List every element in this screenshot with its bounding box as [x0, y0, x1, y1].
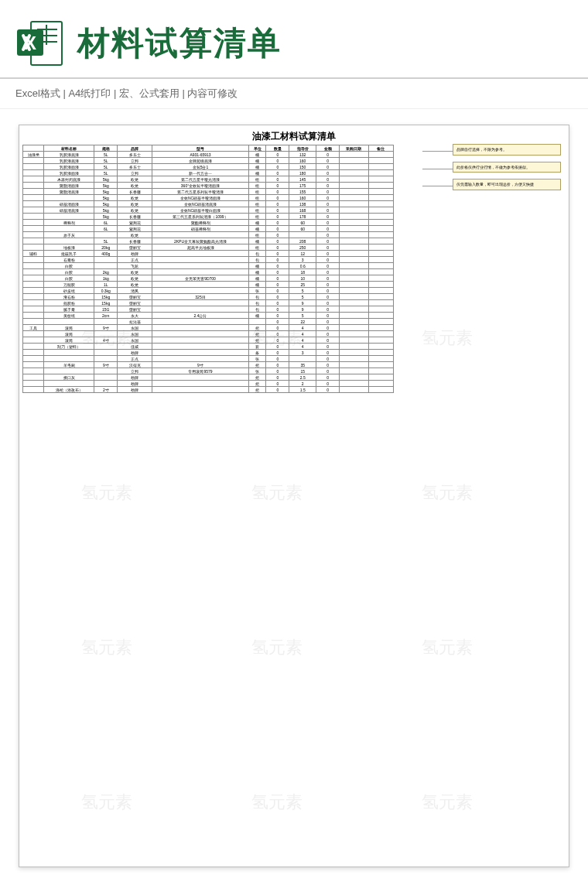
- cell: 0: [266, 288, 289, 294]
- cell: [44, 381, 94, 387]
- cell: [340, 362, 368, 368]
- table-row: 腻子膏15G壁丽宝包090: [23, 306, 394, 313]
- table-row: 油漆类乳胶漆底漆5L多乐士A931-65913桶01320: [23, 152, 394, 158]
- cell: 桶: [248, 263, 265, 269]
- cell: 5kg: [94, 195, 118, 201]
- cell: 0: [316, 207, 340, 214]
- cell: 1L: [94, 282, 118, 288]
- table-row: 5L长春藤2KPU全天幕装聚氨酯高光清漆桶02080: [23, 238, 394, 244]
- cell: 168: [289, 207, 316, 214]
- cell: 组: [248, 201, 265, 207]
- cell: 组: [248, 232, 265, 238]
- table-row: 工具滚筒9寸永国把040: [23, 325, 394, 331]
- cell: [23, 282, 44, 288]
- cell: 滚筒: [44, 331, 94, 337]
- cell: 砂皮纸: [44, 288, 94, 294]
- table-row: 辅料批嵌乳子400g劲牌包0120: [23, 251, 394, 257]
- cell: 多乐士: [118, 164, 152, 170]
- cell: [23, 238, 44, 244]
- table-row: 地板漆20kg壁丽宝超高半光地板漆组02500: [23, 244, 394, 251]
- subheader: Excel格式 | A4纸打印 | 宏、公式套用 | 内容可修改: [0, 77, 588, 109]
- cell: 白胶: [44, 275, 94, 282]
- table-row: 硝基清面漆5kg欧龙全效NC硝基清底漆组01380: [23, 201, 394, 207]
- cell: [340, 201, 368, 207]
- table-row: 刮刀（塑料）佳威套040: [23, 344, 394, 350]
- cell: [368, 214, 393, 220]
- cell: 6L: [94, 220, 118, 226]
- cell: [152, 282, 249, 288]
- cell: 9: [289, 306, 316, 313]
- table-row: 原子灰欧龙组00: [23, 232, 394, 238]
- cell: 5L: [94, 170, 118, 176]
- cell: [368, 176, 393, 183]
- cell: [23, 344, 44, 350]
- cell: [340, 195, 368, 201]
- cell: 紫荆花: [118, 226, 152, 232]
- cell: 138: [289, 201, 316, 207]
- cell: A931-65913: [152, 152, 249, 158]
- cell: [44, 356, 94, 362]
- cell: [23, 381, 44, 387]
- cell: [23, 275, 44, 282]
- svg-text:X: X: [24, 32, 36, 53]
- cell: 0: [316, 350, 340, 356]
- cell: [152, 331, 249, 337]
- col-name: 材料名称: [44, 145, 94, 152]
- cell: 佳威: [118, 344, 152, 350]
- table-row: 涤纶（涂改布）2寸劲牌把01.50: [23, 387, 394, 393]
- cell: [152, 306, 249, 313]
- cell: 张: [248, 368, 265, 374]
- cell: [23, 288, 44, 294]
- cell: 劲牌: [118, 350, 152, 356]
- cell: 9: [289, 300, 316, 306]
- col-date: 采购日期: [340, 145, 368, 152]
- cell: 欧龙: [118, 195, 152, 201]
- cell: 250: [289, 244, 316, 251]
- cell: [340, 381, 368, 387]
- cell: 0: [316, 152, 340, 158]
- cell: 把: [248, 381, 265, 387]
- cell: 欧龙: [118, 275, 152, 282]
- sheet-title: 油漆工材料试算清单: [19, 125, 569, 145]
- cell: 0: [266, 189, 289, 195]
- cell: 永国: [118, 337, 152, 344]
- cell: [368, 232, 393, 238]
- cell: 0: [266, 294, 289, 300]
- table-row: 立邦专用滚筒9579张0150: [23, 368, 394, 374]
- cell: 0: [266, 164, 289, 170]
- cell: 0: [316, 164, 340, 170]
- col-model: 型号: [152, 145, 249, 152]
- cell: 欧龙: [118, 201, 152, 207]
- cell: [340, 294, 368, 300]
- table-row: 万能胶1L欧龙桶0250: [23, 282, 394, 288]
- cell: 2.4公分: [152, 313, 249, 319]
- cell: [23, 183, 44, 189]
- cell: 0.6: [289, 263, 316, 269]
- cell: 乳胶漆面漆: [44, 170, 94, 176]
- materials-table: 材料名称 规格 品牌 型号 单位 数量 指导价 金额 采购日期 备注 油漆类乳胶…: [22, 145, 394, 393]
- cell: 欧龙: [118, 282, 152, 288]
- cell: 立邦: [118, 368, 152, 374]
- cell: 全效NC硝基清底漆: [152, 201, 249, 207]
- table-row: 聚脂清底漆5kg长春藤第二代五星系列装半哑清漆组01550: [23, 189, 394, 195]
- cell: [368, 170, 393, 176]
- cell: [368, 282, 393, 288]
- cell: 条: [248, 350, 265, 356]
- cell: 乳胶漆面漆: [44, 164, 94, 170]
- cell: [23, 356, 44, 362]
- cell: 石膏粉: [44, 257, 94, 263]
- cell: 腻子膏: [44, 306, 94, 313]
- cell: 150: [289, 164, 316, 170]
- cell: 2.5: [289, 374, 316, 381]
- cell: 桶: [248, 152, 265, 158]
- cell: 木器封闭底漆: [44, 176, 94, 183]
- cell: 0: [266, 387, 289, 393]
- cell: 0: [266, 251, 289, 257]
- cell: 0: [316, 368, 340, 374]
- cell: [340, 263, 368, 269]
- cell: 桶: [248, 238, 265, 244]
- cell: 全效NC硝基半哑白面漆: [152, 207, 249, 214]
- cell: 张: [248, 288, 265, 294]
- cell: 永大: [118, 313, 152, 319]
- cell: 桶: [248, 164, 265, 170]
